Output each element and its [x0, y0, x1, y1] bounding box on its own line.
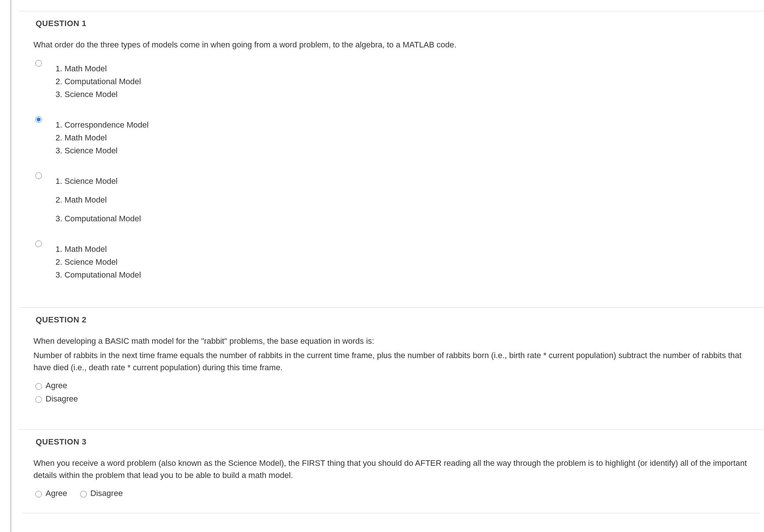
q1-option-d-content: 1. Math Model 2. Science Model 3. Comput… [56, 239, 749, 282]
question-3-prompt: When you receive a word problem (also kn… [33, 457, 749, 481]
q1-option-b-line1: 1. Correspondence Model [56, 119, 749, 131]
q1-option-c-line3: 3. Computational Model [56, 213, 749, 225]
q1-radio-d[interactable] [35, 240, 42, 247]
question-3: QUESTION 3 When you receive a word probl… [19, 429, 764, 521]
q3-option-disagree-label: Disagree [90, 489, 123, 498]
radio-wrap [33, 58, 56, 69]
question-2-prompt-line1: When developing a BASIC math model for t… [33, 335, 749, 347]
q3-option-agree[interactable]: Agree [33, 489, 67, 498]
q1-radio-c[interactable] [35, 172, 42, 179]
q1-option-d-line3: 3. Computational Model [56, 269, 749, 281]
question-2-prompt-line2: Number of rabbits in the next time frame… [33, 349, 749, 374]
q1-option-c-line2: 2. Math Model [56, 194, 749, 206]
q1-option-a-line1: 1. Math Model [56, 63, 749, 75]
question-1-title: QUESTION 1 [36, 19, 760, 28]
question-2: QUESTION 2 When developing a BASIC math … [19, 307, 764, 422]
q2-option-agree-label: Agree [46, 381, 67, 390]
question-3-options: Agree Disagree [33, 489, 749, 502]
q1-option-a-line2: 2. Computational Model [56, 75, 749, 88]
question-1-prompt: What order do the three types of models … [33, 39, 749, 51]
q1-option-b: 1. Correspondence Model 2. Math Model 3.… [33, 114, 749, 157]
question-1-options: 1. Math Model 2. Computational Model 3. … [33, 58, 749, 282]
q2-option-disagree[interactable]: Disagree [33, 394, 740, 404]
radio-wrap [33, 114, 56, 125]
radio-wrap [33, 239, 56, 249]
separator [22, 513, 760, 513]
q2-radio-disagree[interactable] [35, 396, 42, 403]
q1-option-d-line2: 2. Science Model [56, 256, 749, 268]
q1-radio-b[interactable] [35, 116, 42, 123]
question-1: QUESTION 1 What order do the three types… [19, 11, 764, 300]
q1-option-a: 1. Math Model 2. Computational Model 3. … [33, 58, 749, 101]
q3-option-agree-label: Agree [46, 489, 67, 498]
q1-option-a-line3: 3. Science Model [56, 88, 749, 100]
q2-radio-agree[interactable] [35, 383, 42, 390]
q1-option-c-content: 1. Science Model 2. Math Model 3. Comput… [56, 171, 749, 225]
q1-option-c: 1. Science Model 2. Math Model 3. Comput… [33, 171, 749, 225]
q2-option-disagree-label: Disagree [46, 394, 78, 404]
q3-radio-agree[interactable] [35, 491, 42, 497]
q1-option-d-line1: 1. Math Model [56, 243, 749, 255]
q1-option-c-line1: 1. Science Model [56, 175, 749, 187]
question-2-options: Agree Disagree [33, 381, 749, 404]
question-2-title: QUESTION 2 [36, 315, 760, 325]
q1-option-a-content: 1. Math Model 2. Computational Model 3. … [56, 58, 749, 101]
q1-option-b-line2: 2. Math Model [56, 132, 749, 144]
q1-option-d: 1. Math Model 2. Science Model 3. Comput… [33, 239, 749, 282]
q2-option-agree[interactable]: Agree [33, 381, 740, 390]
q1-radio-a[interactable] [35, 60, 42, 67]
q1-option-b-line3: 3. Science Model [56, 144, 749, 157]
q3-option-disagree[interactable]: Disagree [78, 489, 123, 498]
page-content: QUESTION 1 What order do the three types… [10, 0, 764, 532]
radio-wrap [33, 171, 56, 181]
q1-option-b-content: 1. Correspondence Model 2. Math Model 3.… [56, 114, 749, 157]
q3-radio-disagree[interactable] [80, 491, 87, 497]
question-3-title: QUESTION 3 [36, 437, 760, 447]
